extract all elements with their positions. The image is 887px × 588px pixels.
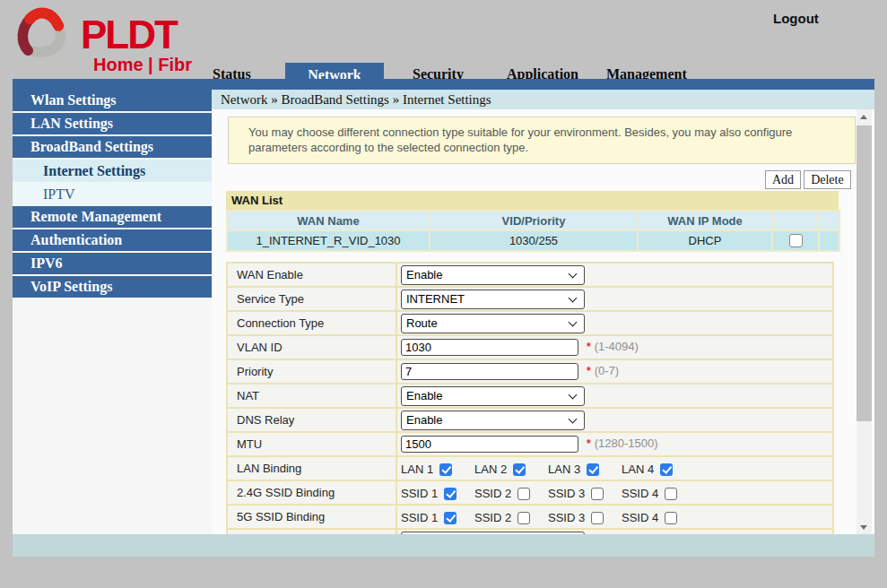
- wan-select-cell: [772, 230, 819, 251]
- wan-vid-cell: 1030/255: [430, 230, 638, 251]
- lan-binding-lan-2-checkbox[interactable]: [513, 463, 526, 476]
- lan-binding-lan-1-label: LAN 1: [401, 463, 433, 476]
- form-row-service-type: Service TypeINTERNET: [227, 287, 833, 311]
- scroll-down-button[interactable]: [857, 519, 872, 534]
- wan-enable-select[interactable]: Enable: [401, 265, 585, 285]
- form-row-dns-relay: DNS RelayEnable: [227, 408, 833, 432]
- 5g-ssid-binding-ssid-2-checkbox[interactable]: [517, 512, 530, 524]
- 5g-ssid-binding-option-ssid-2: SSID 2: [474, 511, 548, 524]
- nat-select[interactable]: Enable: [401, 386, 585, 406]
- form-control-2-4g-ssid-binding: SSID 1SSID 2SSID 3SSID 4: [396, 480, 833, 505]
- wan-name-cell: 1_INTERNET_R_VID_1030: [227, 230, 430, 251]
- form-control-mtu: *(1280-1500): [396, 432, 833, 456]
- wan-col-spacer: [819, 211, 839, 230]
- nav-underline-bar: [13, 79, 874, 90]
- 2-4g-ssid-binding-option-ssid-1: SSID 1: [401, 487, 474, 500]
- sidebar-item-ipv6[interactable]: IPV6: [13, 253, 212, 274]
- sidebar-item-iptv[interactable]: IPTV: [13, 183, 212, 205]
- form-control-vlan-id: *(1-4094): [396, 335, 833, 359]
- 2-4g-ssid-binding-ssid-1-checkbox[interactable]: [444, 488, 457, 500]
- sidebar-item-internet-settings[interactable]: Internet Settings: [13, 160, 212, 182]
- lan-binding-lan-3-label: LAN 3: [548, 463, 580, 476]
- vlan-id-range-hint: (1-4094): [595, 340, 639, 353]
- wan-enable-select-value: Enable: [406, 268, 442, 281]
- 5g-ssid-binding-ssid-1-checkbox[interactable]: [444, 512, 457, 524]
- 5g-ssid-binding-ssid-4-checkbox[interactable]: [665, 512, 677, 524]
- 2-4g-ssid-binding-ssid-3-checkbox[interactable]: [591, 488, 604, 500]
- scroll-up-button[interactable]: [857, 109, 872, 125]
- 5g-ssid-binding-option-ssid-3: SSID 3: [548, 511, 622, 524]
- form-control-5g-ssid-binding: SSID 1SSID 2SSID 3SSID 4: [396, 505, 833, 529]
- form-row-2-4g-ssid-binding: 2.4G SSID BindingSSID 1SSID 2SSID 3SSID …: [227, 480, 833, 505]
- form-control-service-type: INTERNET: [396, 287, 833, 311]
- triangle-down-icon: [860, 525, 867, 530]
- sidebar-item-broadband-settings[interactable]: BroadBand Settings: [13, 136, 212, 158]
- wan-list: WAN List WAN NameVID/PriorityWAN IP Mode…: [226, 191, 839, 252]
- scrollbar-thumb[interactable]: [857, 125, 872, 421]
- notice-box: You may choose different connection type…: [228, 117, 856, 164]
- 5g-ssid-binding-ssid-3-checkbox[interactable]: [591, 512, 604, 524]
- nat-select-value: Enable: [406, 389, 442, 402]
- 2-4g-ssid-binding-option-ssid-4: SSID 4: [622, 487, 695, 500]
- 5g-ssid-binding-ssid-1-label: SSID 1: [401, 511, 438, 524]
- wan-list-title: WAN List: [226, 191, 839, 210]
- priority-required-mark: *: [587, 365, 591, 377]
- dns-relay-select[interactable]: Enable: [401, 411, 585, 430]
- wan-col-wan-ip-mode: WAN IP Mode: [638, 211, 772, 230]
- delete-button[interactable]: Delete: [804, 170, 851, 189]
- dns-relay-select-value: Enable: [406, 413, 442, 427]
- lan-binding-lan-3-checkbox[interactable]: [587, 463, 599, 476]
- action-buttons: Add Delete: [765, 170, 851, 189]
- form-control-connection-type: Route: [396, 311, 833, 335]
- 2-4g-ssid-binding-ssid-1-label: SSID 1: [401, 487, 438, 500]
- router-admin-page: PLDT Home | Fibr Logout StatusNetworkSec…: [0, 0, 887, 588]
- lan-binding-lan-1-checkbox[interactable]: [439, 463, 452, 476]
- sidebar-item-voip-settings[interactable]: VoIP Settings: [13, 276, 212, 298]
- form-label-5g-ssid-binding: 5G SSID Binding: [227, 505, 396, 529]
- sidebar-item-remote-management[interactable]: Remote Management: [13, 206, 212, 228]
- 2-4g-ssid-binding-ssid-4-checkbox[interactable]: [665, 488, 677, 500]
- content-footer-bar: [13, 534, 874, 557]
- triangle-up-icon: [860, 115, 867, 119]
- form-label-lan-binding: LAN Binding: [227, 456, 396, 480]
- form-label-priority: Priority: [227, 359, 396, 384]
- form-row-nat: NATEnable: [227, 384, 833, 408]
- form-control-priority: *(0-7): [396, 359, 833, 384]
- mtu-input[interactable]: [401, 436, 578, 453]
- lan-binding-lan-4-checkbox[interactable]: [660, 463, 673, 476]
- mtu-required-mark: *: [587, 437, 591, 450]
- 5g-ssid-binding-option-ssid-1: SSID 1: [401, 511, 474, 524]
- priority-range-hint: (0-7): [595, 364, 619, 377]
- main-content: Network » BroadBand Settings » Internet …: [212, 90, 874, 534]
- vertical-scrollbar[interactable]: [857, 109, 872, 534]
- form-label-vlan-id: VLAN ID: [227, 335, 396, 359]
- form-label-2-4g-ssid-binding: 2.4G SSID Binding: [227, 480, 396, 505]
- sidebar-item-lan-settings[interactable]: LAN Settings: [13, 113, 212, 134]
- service-type-select[interactable]: INTERNET: [401, 290, 585, 309]
- lan-binding-lan-2-label: LAN 2: [474, 463, 507, 476]
- 2-4g-ssid-binding-ssid-4-label: SSID 4: [622, 487, 658, 500]
- sidebar-item-wlan-settings[interactable]: Wlan Settings: [13, 90, 212, 111]
- wan-settings-form: WAN EnableEnableService TypeINTERNETConn…: [226, 262, 834, 534]
- 2-4g-ssid-binding-ssid-2-checkbox[interactable]: [517, 488, 530, 500]
- lan-binding-option-lan-2: LAN 2: [474, 463, 548, 476]
- 5g-ssid-binding-ssid-2-label: SSID 2: [474, 511, 511, 524]
- priority-input[interactable]: [401, 363, 578, 380]
- form-control-nat: Enable: [396, 384, 833, 408]
- lan-binding-option-lan-4: LAN 4: [622, 463, 695, 476]
- wan-table-row: 1_INTERNET_R_VID_10301030/255DHCP: [227, 230, 839, 251]
- mtu-range-hint: (1280-1500): [595, 437, 658, 450]
- form-label-wan-enable: WAN Enable: [227, 263, 396, 287]
- form-label-mtu: MTU: [227, 432, 396, 456]
- add-button[interactable]: Add: [765, 170, 801, 189]
- sidebar-item-authentication[interactable]: Authentication: [13, 229, 212, 251]
- form-label-service-type: Service Type: [227, 287, 396, 311]
- 2-4g-ssid-binding-option-ssid-3: SSID 3: [548, 487, 622, 500]
- wan-row-checkbox[interactable]: [789, 234, 803, 247]
- connection-type-select[interactable]: Route: [401, 314, 585, 333]
- 2-4g-ssid-binding-ssid-2-label: SSID 2: [474, 487, 511, 500]
- vlan-id-input[interactable]: [401, 339, 578, 356]
- sidebar: Wlan SettingsLAN SettingsBroadBand Setti…: [13, 90, 212, 534]
- form-row-vlan-id: VLAN ID*(1-4094): [227, 335, 833, 359]
- form-label-nat: NAT: [227, 384, 396, 408]
